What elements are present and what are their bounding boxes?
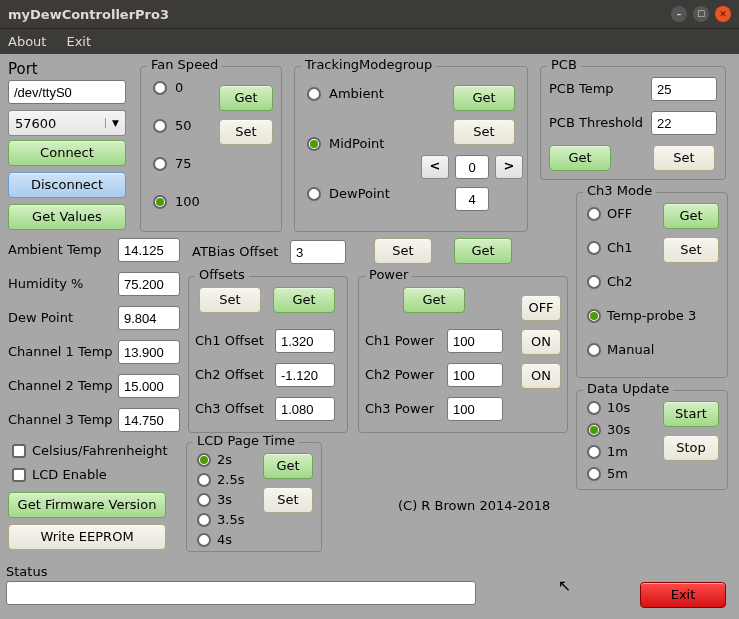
offsets-title: Offsets bbox=[195, 267, 249, 282]
fanspeed-get-button[interactable]: Get bbox=[219, 85, 273, 111]
exit-button[interactable]: Exit bbox=[640, 582, 726, 608]
lcd-2s-label: 2s bbox=[217, 452, 232, 467]
ch3-off-radio[interactable] bbox=[587, 207, 601, 221]
menu-exit[interactable]: Exit bbox=[66, 34, 91, 49]
celsius-fahrenheit-checkbox[interactable] bbox=[12, 444, 26, 458]
lcd-3p5s-label: 3.5s bbox=[217, 512, 244, 527]
ch1-power-value[interactable] bbox=[447, 329, 503, 353]
baud-select[interactable]: 57600 ▼ bbox=[8, 110, 126, 136]
tracking-dewpoint-radio[interactable] bbox=[307, 187, 321, 201]
dewpoint-value[interactable] bbox=[118, 306, 180, 330]
power-get-button[interactable]: Get bbox=[403, 287, 465, 313]
ch3-manual-label: Manual bbox=[607, 342, 654, 357]
lcd-3s-radio[interactable] bbox=[197, 493, 211, 507]
ch2-offset-value[interactable] bbox=[275, 363, 335, 387]
tracking-midpoint-radio[interactable] bbox=[307, 137, 321, 151]
lcd-set-button[interactable]: Set bbox=[263, 487, 313, 513]
tracking-midpoint-label: MidPoint bbox=[329, 136, 384, 151]
getvalues-button[interactable]: Get Values bbox=[8, 204, 126, 230]
ch3-tp3-label: Temp-probe 3 bbox=[607, 308, 696, 323]
atbias-label: ATBias Offset bbox=[192, 244, 278, 259]
lcd-3p5s-radio[interactable] bbox=[197, 513, 211, 527]
pcb-temp-value[interactable] bbox=[651, 77, 717, 101]
ch3mode-title: Ch3 Mode bbox=[583, 183, 656, 198]
update-1m-radio[interactable] bbox=[587, 445, 601, 459]
lcd-enable-checkbox[interactable] bbox=[12, 468, 26, 482]
close-icon[interactable]: ✕ bbox=[715, 6, 731, 22]
port-device-input[interactable] bbox=[8, 80, 126, 104]
offsets-set-button[interactable]: Set bbox=[199, 287, 261, 313]
ch3-off-label: OFF bbox=[607, 206, 632, 221]
menu-about[interactable]: About bbox=[8, 34, 46, 49]
ambient-temp-value[interactable] bbox=[118, 238, 180, 262]
ch3-offset-value[interactable] bbox=[275, 397, 335, 421]
humidity-label: Humidity % bbox=[8, 276, 83, 291]
fanspeed-title: Fan Speed bbox=[147, 57, 222, 72]
tracking-dewpoint-label: DewPoint bbox=[329, 186, 390, 201]
write-eeprom-button[interactable]: Write EEPROM bbox=[8, 524, 166, 550]
pcb-get-button[interactable]: Get bbox=[549, 145, 611, 171]
update-30s-radio[interactable] bbox=[587, 423, 601, 437]
tracking-get-button[interactable]: Get bbox=[453, 85, 515, 111]
ch3-tp3-radio[interactable] bbox=[587, 309, 601, 323]
maximize-icon[interactable]: ☐ bbox=[693, 6, 709, 22]
ch1-temp-label: Channel 1 Temp bbox=[8, 344, 113, 359]
fanspeed-0-radio[interactable] bbox=[153, 81, 167, 95]
ch3-manual-radio[interactable] bbox=[587, 343, 601, 357]
tracking-ambient-radio[interactable] bbox=[307, 87, 321, 101]
atbias-get-button[interactable]: Get bbox=[454, 238, 512, 264]
menubar: About Exit bbox=[0, 28, 739, 54]
lcd-get-button[interactable]: Get bbox=[263, 453, 313, 479]
ch1-on-button[interactable]: ON bbox=[521, 329, 561, 355]
fanspeed-set-button[interactable]: Set bbox=[219, 119, 273, 145]
ch1-temp-value[interactable] bbox=[118, 340, 180, 364]
ch1-offset-label: Ch1 Offset bbox=[195, 333, 264, 348]
ch3-ch2-radio[interactable] bbox=[587, 275, 601, 289]
pcb-threshold-value[interactable] bbox=[651, 111, 717, 135]
tracking-decrement-button[interactable]: < bbox=[421, 155, 449, 179]
ch2-power-value[interactable] bbox=[447, 363, 503, 387]
lcd-2p5s-radio[interactable] bbox=[197, 473, 211, 487]
ch1-power-label: Ch1 Power bbox=[365, 333, 434, 348]
offsets-get-button[interactable]: Get bbox=[273, 287, 335, 313]
update-10s-label: 10s bbox=[607, 400, 630, 415]
update-start-button[interactable]: Start bbox=[663, 401, 719, 427]
lcd-4s-radio[interactable] bbox=[197, 533, 211, 547]
ch1-offset-value[interactable] bbox=[275, 329, 335, 353]
lcd-4s-label: 4s bbox=[217, 532, 232, 547]
firmware-version-button[interactable]: Get Firmware Version bbox=[8, 492, 166, 518]
update-5m-radio[interactable] bbox=[587, 467, 601, 481]
ch3-set-button[interactable]: Set bbox=[663, 237, 719, 263]
ch3-get-button[interactable]: Get bbox=[663, 203, 719, 229]
power-off-button[interactable]: OFF bbox=[521, 295, 561, 321]
atbias-value[interactable] bbox=[290, 240, 346, 264]
lcd-2s-radio[interactable] bbox=[197, 453, 211, 467]
fanspeed-75-radio[interactable] bbox=[153, 157, 167, 171]
ch3-power-value[interactable] bbox=[447, 397, 503, 421]
tracking-below-value[interactable] bbox=[455, 187, 489, 211]
ch2-offset-label: Ch2 Offset bbox=[195, 367, 264, 382]
disconnect-button[interactable]: Disconnect bbox=[8, 172, 126, 198]
fanspeed-50-radio[interactable] bbox=[153, 119, 167, 133]
status-field[interactable] bbox=[6, 581, 476, 605]
connect-button[interactable]: Connect bbox=[8, 140, 126, 166]
baud-value: 57600 bbox=[15, 116, 56, 131]
ch3-ch1-radio[interactable] bbox=[587, 241, 601, 255]
titlebar: myDewControllerPro3 – ☐ ✕ bbox=[0, 0, 739, 28]
tracking-center-value[interactable] bbox=[455, 155, 489, 179]
tracking-increment-button[interactable]: > bbox=[495, 155, 523, 179]
update-10s-radio[interactable] bbox=[587, 401, 601, 415]
ch2-on-button[interactable]: ON bbox=[521, 363, 561, 389]
humidity-value[interactable] bbox=[118, 272, 180, 296]
atbias-set-button[interactable]: Set bbox=[374, 238, 432, 264]
lcd-enable-label: LCD Enable bbox=[32, 467, 107, 482]
minimize-icon[interactable]: – bbox=[671, 6, 687, 22]
fanspeed-100-radio[interactable] bbox=[153, 195, 167, 209]
update-1m-label: 1m bbox=[607, 444, 628, 459]
tracking-ambient-label: Ambient bbox=[329, 86, 384, 101]
ch2-temp-value[interactable] bbox=[118, 374, 180, 398]
update-stop-button[interactable]: Stop bbox=[663, 435, 719, 461]
tracking-set-button[interactable]: Set bbox=[453, 119, 515, 145]
pcb-set-button[interactable]: Set bbox=[653, 145, 715, 171]
ch3-temp-value[interactable] bbox=[118, 408, 180, 432]
